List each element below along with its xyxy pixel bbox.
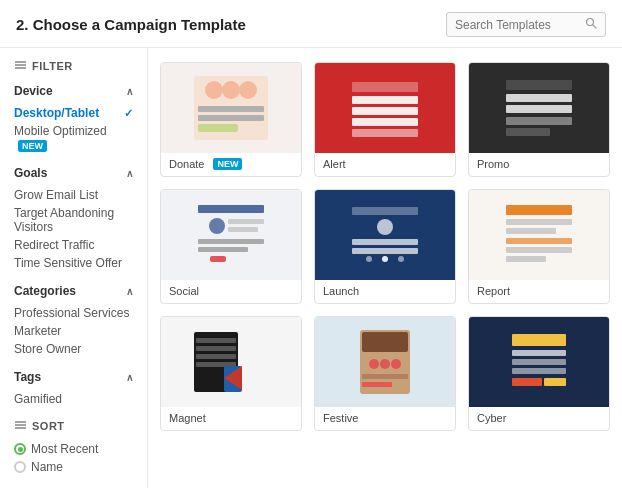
goals-chevron: ∧: [126, 168, 133, 179]
page-title: 2. Choose a Campaign Template: [16, 16, 246, 33]
sidebar-item-time[interactable]: Time Sensitive Offer: [14, 254, 133, 272]
svg-rect-48: [196, 354, 236, 359]
svg-line-1: [593, 25, 596, 28]
tags-section-title: Tags ∧: [14, 370, 133, 384]
magnet-label: Magnet: [161, 407, 301, 430]
svg-rect-64: [512, 378, 542, 386]
svg-rect-35: [352, 248, 418, 254]
template-card-cyber[interactable]: Cyber: [468, 316, 610, 431]
template-card-donate[interactable]: Donate NEW: [160, 62, 302, 177]
donate-label: Donate NEW: [161, 153, 301, 176]
svg-point-36: [366, 256, 372, 262]
template-card-launch[interactable]: Launch: [314, 189, 456, 304]
svg-rect-23: [506, 117, 572, 125]
svg-rect-42: [506, 238, 572, 244]
sidebar-item-gamified[interactable]: Gamified: [14, 390, 133, 408]
sort-recent[interactable]: Most Recent: [14, 440, 133, 458]
main-layout: FILTER Device ∧ Desktop/Tablet ✓ Mobile …: [0, 48, 622, 488]
svg-rect-19: [352, 129, 418, 137]
search-box[interactable]: [446, 12, 606, 37]
sidebar-item-store[interactable]: Store Owner: [14, 340, 133, 358]
goals-section-title: Goals ∧: [14, 166, 133, 180]
svg-rect-13: [198, 115, 264, 121]
svg-point-33: [377, 219, 393, 235]
device-section: Device ∧ Desktop/Tablet ✓ Mobile Optimiz…: [14, 84, 133, 154]
template-card-festive[interactable]: Festive: [314, 316, 456, 431]
svg-rect-14: [198, 124, 238, 132]
svg-point-37: [382, 256, 388, 262]
social-label: Social: [161, 280, 301, 303]
svg-rect-28: [228, 227, 258, 232]
template-card-social[interactable]: Social: [160, 189, 302, 304]
sort-header: SORT: [14, 420, 133, 432]
promo-label: Promo: [469, 153, 609, 176]
svg-rect-29: [198, 239, 264, 244]
template-card-magnet[interactable]: Magnet: [160, 316, 302, 431]
sort-icon: [14, 420, 27, 432]
mobile-new-badge: NEW: [18, 140, 47, 152]
tags-chevron: ∧: [126, 372, 133, 383]
sidebar-item-target[interactable]: Target Abandoning Visitors: [14, 204, 133, 236]
svg-point-55: [380, 359, 390, 369]
svg-rect-27: [228, 219, 264, 224]
svg-rect-12: [198, 106, 264, 112]
svg-rect-60: [512, 334, 566, 346]
categories-section: Categories ∧ Professional Services Marke…: [14, 284, 133, 358]
festive-label: Festive: [315, 407, 455, 430]
svg-point-11: [239, 81, 257, 99]
svg-rect-18: [352, 118, 418, 126]
device-section-title: Device ∧: [14, 84, 133, 98]
radio-dot-recent: [18, 447, 23, 452]
svg-rect-58: [362, 382, 392, 387]
sidebar-item-marketer[interactable]: Marketer: [14, 322, 133, 340]
donate-badge: NEW: [213, 158, 242, 170]
sort-label: SORT: [32, 420, 65, 432]
svg-point-54: [369, 359, 379, 369]
sidebar-item-desktop[interactable]: Desktop/Tablet ✓: [14, 104, 133, 122]
svg-rect-57: [362, 374, 408, 379]
alert-preview: [315, 63, 455, 153]
launch-preview: [315, 190, 455, 280]
promo-preview: [469, 63, 609, 153]
radio-name: [14, 461, 26, 473]
sort-name[interactable]: Name: [14, 458, 133, 476]
launch-label: Launch: [315, 280, 455, 303]
filter-label: FILTER: [32, 60, 73, 72]
svg-rect-39: [506, 205, 572, 215]
sidebar: FILTER Device ∧ Desktop/Tablet ✓ Mobile …: [0, 48, 148, 488]
sidebar-item-grow[interactable]: Grow Email List: [14, 186, 133, 204]
device-chevron: ∧: [126, 86, 133, 97]
filter-icon: [14, 60, 27, 72]
goals-section: Goals ∧ Grow Email List Target Abandonin…: [14, 166, 133, 272]
categories-section-title: Categories ∧: [14, 284, 133, 298]
check-icon: ✓: [124, 107, 133, 120]
search-icon: [585, 17, 597, 32]
alert-label: Alert: [315, 153, 455, 176]
svg-rect-62: [512, 359, 566, 365]
template-card-alert[interactable]: Alert: [314, 62, 456, 177]
radio-recent: [14, 443, 26, 455]
template-card-report[interactable]: Report: [468, 189, 610, 304]
svg-rect-46: [196, 338, 236, 343]
svg-rect-61: [512, 350, 566, 356]
svg-point-9: [205, 81, 223, 99]
search-input[interactable]: [455, 18, 585, 32]
sidebar-item-mobile[interactable]: Mobile Optimized NEW: [14, 122, 133, 154]
sidebar-item-redirect[interactable]: Redirect Traffic: [14, 236, 133, 254]
svg-rect-17: [352, 107, 418, 115]
svg-rect-43: [506, 247, 572, 253]
sidebar-item-professional[interactable]: Professional Services: [14, 304, 133, 322]
report-label: Report: [469, 280, 609, 303]
svg-rect-41: [506, 228, 556, 234]
svg-rect-21: [506, 94, 572, 102]
svg-rect-24: [506, 128, 550, 136]
donate-preview: [161, 63, 301, 153]
svg-rect-53: [362, 332, 408, 352]
template-card-promo[interactable]: Promo: [468, 62, 610, 177]
categories-chevron: ∧: [126, 286, 133, 297]
template-content: Donate NEW Alert: [148, 48, 622, 488]
svg-rect-65: [544, 378, 566, 386]
page-header: 2. Choose a Campaign Template: [0, 0, 622, 48]
svg-rect-15: [352, 82, 418, 92]
filter-header: FILTER: [14, 60, 133, 72]
